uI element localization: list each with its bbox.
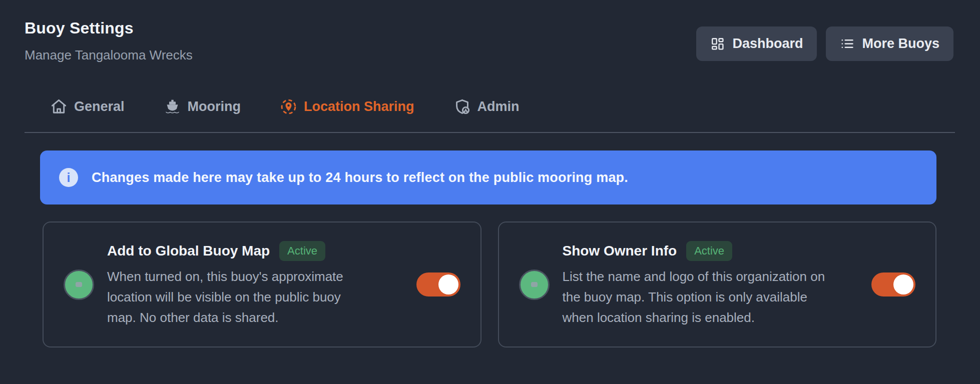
card-title: Show Owner Info <box>563 243 677 259</box>
card-description: When turned on, this buoy's approximate … <box>107 266 403 328</box>
toggle-knob <box>893 274 913 294</box>
more-buoys-button[interactable]: More Buoys <box>826 26 953 61</box>
more-buoys-button-label: More Buoys <box>862 36 939 52</box>
page-subtitle: Manage Tangalooma Wrecks <box>25 48 193 63</box>
dashboard-grid-icon <box>710 36 725 51</box>
card-title: Add to Global Buoy Map <box>107 243 270 259</box>
header-actions: Dashboard More Buoys <box>696 26 953 61</box>
info-icon: i <box>59 168 78 187</box>
card-global-buoy-map: Add to Global Buoy Map Active When turne… <box>43 222 481 348</box>
tab-mooring[interactable]: Mooring <box>164 98 241 116</box>
card-body: Add to Global Buoy Map Active When turne… <box>107 241 403 328</box>
info-banner-text: Changes made here may take up to 24 hour… <box>92 170 628 186</box>
card-show-owner-info: Show Owner Info Active List the name and… <box>498 222 937 348</box>
tab-location-sharing[interactable]: Location Sharing <box>280 98 414 116</box>
buoy-settings-page: Buoy Settings Manage Tangalooma Wrecks D… <box>0 0 980 384</box>
shield-user-icon <box>453 98 471 116</box>
home-icon <box>50 98 68 116</box>
info-banner: i Changes made here may take up to 24 ho… <box>40 150 936 204</box>
list-icon <box>840 36 854 51</box>
status-dot-glyph-icon <box>76 282 82 287</box>
dashboard-button[interactable]: Dashboard <box>696 26 817 61</box>
status-badge: Active <box>686 241 732 261</box>
card-body: Show Owner Info Active List the name and… <box>563 241 859 328</box>
status-dot-glyph-icon <box>531 282 538 287</box>
tab-general-label: General <box>74 99 125 114</box>
settings-tabs: General Mooring Location Sh <box>50 98 520 116</box>
toggle-knob <box>438 274 458 294</box>
tab-mooring-label: Mooring <box>188 99 241 114</box>
dashboard-button-label: Dashboard <box>732 36 803 52</box>
settings-cards: Add to Global Buoy Map Active When turne… <box>43 222 936 348</box>
card-description: List the name and logo of this organizat… <box>563 266 859 328</box>
status-dot-green <box>64 270 94 300</box>
status-badge: Active <box>279 241 325 261</box>
tab-location-sharing-label: Location Sharing <box>304 99 414 114</box>
tab-general[interactable]: General <box>50 98 125 116</box>
show-owner-info-toggle[interactable] <box>871 272 915 296</box>
tabs-divider <box>25 132 955 133</box>
location-pin-icon <box>280 98 297 116</box>
page-title: Buoy Settings <box>25 19 134 38</box>
tab-admin-label: Admin <box>477 99 520 114</box>
status-dot-green <box>519 270 550 300</box>
global-buoy-map-toggle[interactable] <box>416 272 460 296</box>
tab-admin[interactable]: Admin <box>453 98 520 116</box>
ship-icon <box>164 98 181 116</box>
